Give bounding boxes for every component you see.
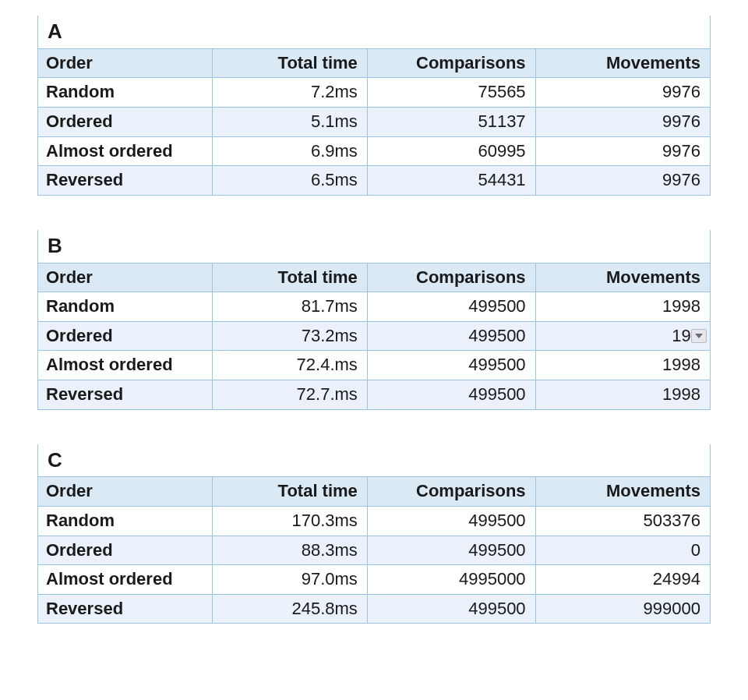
cell-comparisons: 499500 — [367, 292, 535, 322]
cell-order: Random — [38, 78, 213, 108]
table-c: C Order Total time Comparisons Movements… — [37, 444, 711, 624]
table-row: Reversed 6.5ms 54431 9976 — [38, 166, 711, 196]
cell-comparisons: 499500 — [367, 321, 535, 351]
cell-comparisons: 60995 — [367, 136, 535, 166]
cell-order: Almost ordered — [38, 351, 213, 380]
cell-comparisons: 51137 — [367, 107, 535, 136]
cell-total-time: 5.1ms — [213, 107, 367, 136]
table-a: A Order Total time Comparisons Movements… — [37, 16, 711, 196]
col-movements: Movements — [535, 48, 710, 78]
cell-movements: 503376 — [535, 506, 710, 536]
cell-total-time: 81.7ms — [213, 292, 367, 322]
cell-comparisons: 499500 — [367, 506, 535, 536]
table-title: A — [38, 16, 711, 48]
cell-order: Almost ordered — [38, 136, 213, 166]
cell-order: Random — [38, 506, 213, 536]
col-movements: Movements — [535, 477, 710, 507]
cell-order: Ordered — [38, 536, 213, 565]
cell-total-time: 170.3ms — [213, 506, 367, 536]
cell-movements: 9976 — [535, 107, 710, 136]
cell-movements: 1998 — [535, 351, 710, 380]
cell-total-time: 245.8ms — [213, 594, 367, 624]
cell-total-time: 88.3ms — [213, 536, 367, 565]
table-row: Reversed 245.8ms 499500 999000 — [38, 594, 711, 624]
cell-movements: 999000 — [535, 594, 710, 624]
table-row: Random 170.3ms 499500 503376 — [38, 506, 711, 536]
cell-movements: 9976 — [535, 166, 710, 196]
cell-total-time: 72.7.ms — [213, 380, 367, 409]
col-order: Order — [38, 263, 213, 292]
col-movements: Movements — [535, 263, 710, 292]
cell-movements: 24994 — [535, 565, 710, 595]
table-row: Ordered 88.3ms 499500 0 — [38, 536, 711, 565]
page: A Order Total time Comparisons Movements… — [0, 0, 748, 695]
table-row: Ordered 73.2ms 499500 199 — [38, 321, 711, 351]
cell-total-time: 6.9ms — [213, 136, 367, 166]
cell-comparisons: 75565 — [367, 78, 535, 108]
col-order: Order — [38, 48, 213, 78]
col-total-time: Total time — [213, 477, 367, 507]
cell-order: Reversed — [38, 594, 213, 624]
cell-order: Reversed — [38, 380, 213, 409]
col-comparisons: Comparisons — [367, 48, 535, 78]
table-row: Random 81.7ms 499500 1998 — [38, 292, 711, 322]
table-title: C — [38, 444, 711, 477]
cell-order: Random — [38, 292, 213, 322]
table-title: B — [38, 230, 711, 263]
chevron-down-icon[interactable] — [691, 329, 707, 343]
table-b: B Order Total time Comparisons Movements… — [37, 230, 711, 410]
table-row: Almost ordered 6.9ms 60995 9976 — [38, 136, 711, 166]
cell-movements: 9976 — [535, 78, 710, 108]
cell-movements: 0 — [535, 536, 710, 565]
cell-movements: 1998 — [535, 380, 710, 409]
table-row: Ordered 5.1ms 51137 9976 — [38, 107, 711, 136]
cell-total-time: 6.5ms — [213, 166, 367, 196]
col-order: Order — [38, 477, 213, 507]
cell-total-time: 97.0ms — [213, 565, 367, 595]
col-total-time: Total time — [213, 263, 367, 292]
table-row: Almost ordered 97.0ms 4995000 24994 — [38, 565, 711, 595]
col-comparisons: Comparisons — [367, 263, 535, 292]
cell-total-time: 73.2ms — [213, 321, 367, 351]
col-total-time: Total time — [213, 48, 367, 78]
cell-total-time: 7.2ms — [213, 78, 367, 108]
cell-comparisons: 499500 — [367, 351, 535, 380]
cell-movements: 1998 — [535, 292, 710, 322]
table-row: Reversed 72.7.ms 499500 1998 — [38, 380, 711, 409]
cell-comparisons: 499500 — [367, 536, 535, 565]
cell-order: Almost ordered — [38, 565, 213, 595]
cell-comparisons: 499500 — [367, 380, 535, 409]
cell-order: Reversed — [38, 166, 213, 196]
cell-movements: 9976 — [535, 136, 710, 166]
cell-comparisons: 499500 — [367, 594, 535, 624]
cell-order: Ordered — [38, 107, 213, 136]
cell-order: Ordered — [38, 321, 213, 351]
col-comparisons: Comparisons — [367, 477, 535, 507]
table-row: Random 7.2ms 75565 9976 — [38, 78, 711, 108]
cell-total-time: 72.4.ms — [213, 351, 367, 380]
cell-movements: 199 — [535, 321, 710, 351]
cell-comparisons: 4995000 — [367, 565, 535, 595]
cell-comparisons: 54431 — [367, 166, 535, 196]
table-row: Almost ordered 72.4.ms 499500 1998 — [38, 351, 711, 380]
